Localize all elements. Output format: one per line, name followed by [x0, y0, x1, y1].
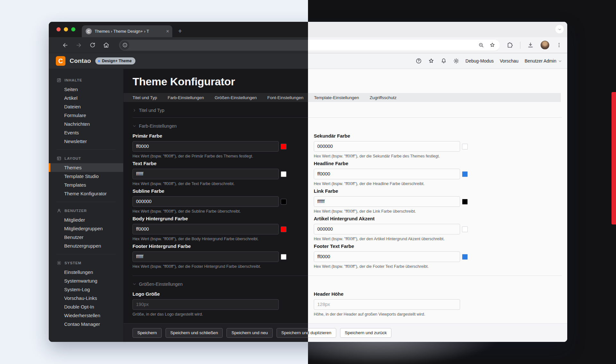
profile-avatar[interactable]: [541, 41, 549, 49]
hex-input[interactable]: 000000: [133, 196, 279, 207]
color-swatch[interactable]: [281, 199, 287, 205]
hex-input[interactable]: ff0000: [133, 224, 279, 234]
sidebar-item[interactable]: Seiten: [49, 85, 123, 94]
downloads-button[interactable]: [527, 42, 534, 48]
color-field: Link Farbe ffffff Hex Wert (bspw. "ff00f…: [314, 188, 468, 214]
sidebar-item[interactable]: Mitglieder: [49, 216, 123, 224]
hex-input[interactable]: 000000: [314, 141, 460, 152]
sidebar-item[interactable]: Vorschau-Links: [49, 294, 123, 302]
sidebar-item[interactable]: Benutzer: [49, 233, 123, 241]
size-field-header: Header Höhe 128px Höhe, in der der Heade…: [314, 291, 468, 317]
new-tab-button[interactable]: +: [178, 28, 182, 34]
hex-input[interactable]: ff0000: [133, 141, 279, 152]
hex-input[interactable]: ffffff: [133, 169, 279, 179]
toolbar-divider: [520, 42, 520, 49]
field-label: Header Höhe: [314, 291, 468, 297]
sidebar-item[interactable]: Einstellungen: [49, 268, 123, 276]
hex-input[interactable]: ff0000: [314, 251, 460, 262]
notifications-button[interactable]: [441, 58, 447, 64]
hex-input[interactable]: 000000: [314, 224, 460, 234]
bookmark-button[interactable]: [489, 42, 495, 48]
header-height-input[interactable]: 128px: [314, 299, 460, 310]
save-button[interactable]: Speichern und neu: [227, 328, 272, 338]
hex-input[interactable]: ffffff: [314, 196, 460, 207]
save-button[interactable]: Speichern: [133, 328, 162, 338]
close-window-button[interactable]: [56, 27, 61, 31]
magnifier-icon: [478, 42, 484, 48]
info-icon: [122, 42, 128, 48]
preview-button[interactable]: Vorschau: [500, 58, 518, 63]
sidebar-item[interactable]: Theme Konfigurator: [49, 189, 123, 198]
contao-logo-icon: C: [56, 56, 65, 66]
sidebar-item[interactable]: Formulare: [49, 111, 123, 120]
debug-mode-button[interactable]: Debug-Modus: [466, 58, 494, 63]
hex-input[interactable]: ff0000: [314, 169, 460, 179]
zoom-page-button[interactable]: [478, 42, 484, 48]
zoom-window-button[interactable]: [71, 27, 75, 31]
forward-button[interactable]: [75, 42, 82, 49]
tab-close-icon[interactable]: ×: [166, 29, 169, 34]
color-swatch[interactable]: [281, 144, 287, 149]
settings-tab[interactable]: Zugriffsschutz: [370, 95, 397, 100]
tab-search-button[interactable]: [555, 25, 564, 33]
sidebar-item[interactable]: Contao Manager: [49, 320, 123, 328]
home-button[interactable]: [103, 42, 110, 49]
color-swatch[interactable]: [462, 171, 468, 177]
field-hint: Hex Wert (bspw. "ff00ff"), der die Body …: [133, 237, 287, 242]
minimize-window-button[interactable]: [64, 27, 68, 31]
sidebar-divider: [56, 202, 116, 202]
logo-size-input[interactable]: 190px: [133, 299, 279, 310]
theme-toggle-button[interactable]: [453, 58, 459, 64]
settings-tab[interactable]: Größen-Einstellungen: [215, 95, 257, 100]
settings-tab[interactable]: Font-Einstellungen: [267, 95, 304, 100]
field-label: Text Farbe: [133, 161, 287, 167]
browser-menu-button[interactable]: [556, 42, 562, 48]
color-swatch[interactable]: [462, 226, 468, 232]
window-controls[interactable]: [56, 27, 75, 31]
field-label: Primär Farbe: [133, 133, 287, 139]
settings-tab[interactable]: Template-Einstellungen: [314, 95, 359, 100]
hex-input[interactable]: ffffff: [133, 251, 279, 262]
sidebar-item[interactable]: System-Log: [49, 285, 123, 294]
settings-tab[interactable]: Titel und Typ: [133, 95, 157, 100]
color-swatch[interactable]: [462, 199, 468, 205]
sidebar-item[interactable]: Mitgliedergruppen: [49, 224, 123, 233]
sidebar-item[interactable]: Newsletter: [49, 137, 123, 146]
sidebar-item[interactable]: Nachrichten: [49, 120, 123, 128]
help-button[interactable]: [415, 58, 422, 64]
sidebar-item[interactable]: Wiederherstellen: [49, 311, 123, 320]
extensions-button[interactable]: [507, 42, 513, 48]
color-field: Footer Text Farbe ff0000 Hex Wert (bspw.…: [314, 243, 468, 269]
color-field: Primär Farbe ff0000 Hex Wert (bspw. "ff0…: [133, 133, 287, 159]
favorites-button[interactable]: [428, 58, 434, 64]
save-button[interactable]: Speichern und schließen: [166, 328, 223, 338]
back-button[interactable]: [62, 42, 69, 49]
chevron-right-icon: [133, 108, 136, 112]
tab-favicon-icon: C: [86, 28, 92, 34]
color-swatch[interactable]: [281, 254, 287, 260]
color-swatch[interactable]: [281, 171, 287, 177]
sidebar-item[interactable]: Double Opt-In: [49, 302, 123, 311]
color-swatch[interactable]: [462, 254, 468, 260]
color-swatch[interactable]: [462, 144, 468, 149]
sidebar-item[interactable]: Events: [49, 128, 123, 137]
reload-button[interactable]: [89, 42, 96, 48]
section-label: Farb-Einstellungen: [139, 123, 177, 129]
sidebar-item[interactable]: Dateien: [49, 102, 123, 111]
sidebar-item[interactable]: Templates: [49, 181, 123, 189]
settings-tab[interactable]: Farb-Einstellungen: [168, 95, 204, 100]
browser-tab[interactable]: C Themes › Theme Design+ › T ×: [82, 25, 172, 37]
sidebar-item[interactable]: Benutzergruppen: [49, 241, 123, 250]
sidebar-item[interactable]: Systemwartung: [49, 276, 123, 285]
sun-icon: [453, 58, 459, 64]
site-info-button[interactable]: [120, 41, 129, 50]
field-label: Headline Farbe: [314, 161, 468, 167]
sidebar-item[interactable]: Themes: [49, 163, 123, 172]
sidebar-item[interactable]: Artikel: [49, 94, 123, 102]
user-menu[interactable]: Benutzer Admin: [525, 58, 562, 63]
sidebar-item[interactable]: Template Studio: [49, 172, 123, 181]
tab-title: Themes › Theme Design+ › T: [95, 29, 163, 34]
kebab-menu-icon: [556, 42, 562, 48]
color-swatch[interactable]: [281, 226, 287, 232]
save-button[interactable]: Speichern und zurück: [340, 328, 392, 338]
